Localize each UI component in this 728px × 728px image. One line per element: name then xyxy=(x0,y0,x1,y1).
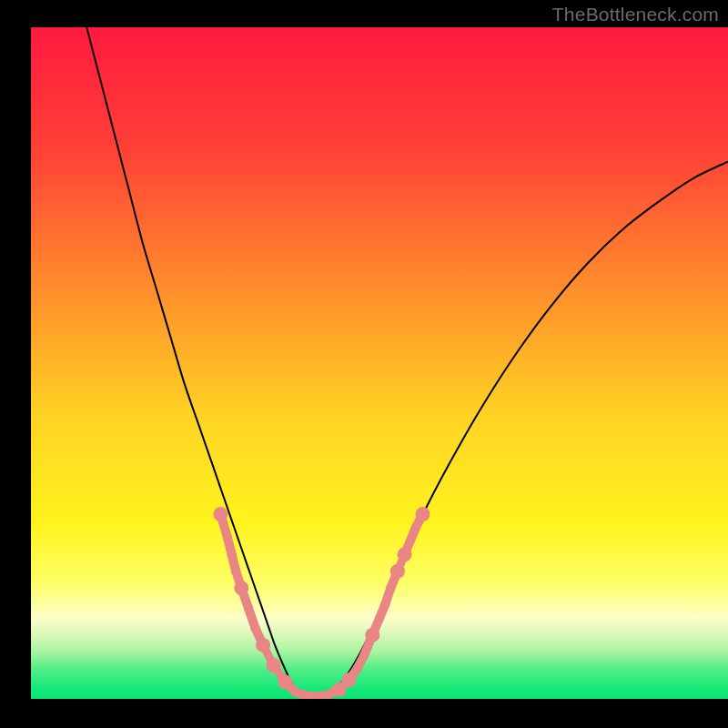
bead-marker xyxy=(411,523,420,532)
bead-marker xyxy=(278,675,293,690)
bead-marker xyxy=(390,564,405,579)
bead-marker xyxy=(256,638,270,652)
bead-marker xyxy=(341,672,356,687)
bead-marker xyxy=(398,547,412,561)
gradient-background xyxy=(31,27,728,699)
bead-marker xyxy=(231,567,240,576)
bead-marker xyxy=(359,651,369,660)
bead-marker xyxy=(323,691,332,700)
bead-marker xyxy=(223,533,232,542)
bead-marker xyxy=(291,688,300,697)
chart-frame: TheBottleneck.com xyxy=(0,0,728,728)
bead-marker xyxy=(386,583,395,592)
bead-marker xyxy=(375,613,384,622)
bead-marker xyxy=(234,581,248,595)
bead-marker xyxy=(365,628,379,642)
bead-marker xyxy=(228,550,237,559)
bead-marker xyxy=(415,507,430,521)
bead-marker xyxy=(267,658,281,672)
bead-marker xyxy=(312,693,321,702)
bead-marker xyxy=(244,603,253,612)
bead-marker xyxy=(380,601,389,610)
bead-marker xyxy=(406,537,415,546)
bottleneck-chart xyxy=(0,0,728,728)
bead-marker xyxy=(301,691,310,700)
bead-marker xyxy=(352,664,361,673)
bead-marker xyxy=(213,507,228,521)
bead-marker xyxy=(251,624,260,633)
